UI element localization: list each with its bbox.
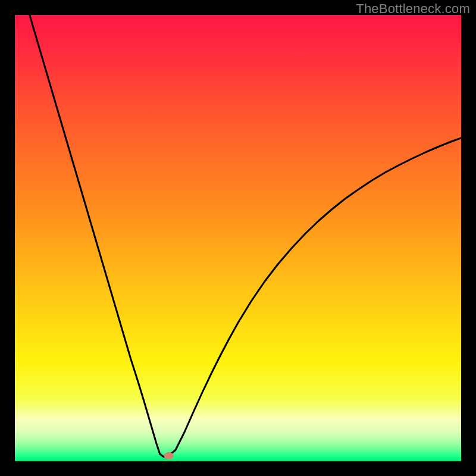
- chart-svg: [15, 15, 461, 461]
- optimal-point-marker: [164, 452, 174, 459]
- chart-plot-area: [15, 15, 461, 461]
- gradient-background: [15, 15, 461, 461]
- chart-frame: TheBottleneck.com: [0, 0, 476, 476]
